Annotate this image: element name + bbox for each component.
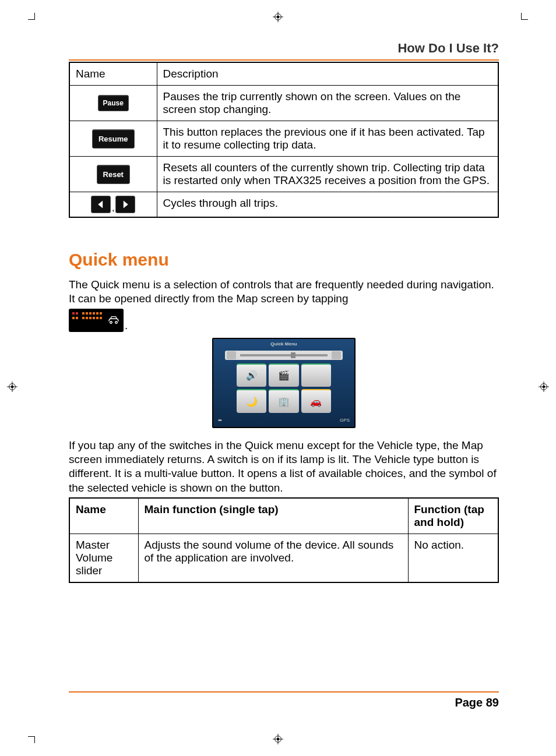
table-row: Pause Pauses the trip currently shown on… [69, 86, 498, 121]
volume-slider-image [225, 351, 343, 360]
back-arrow-icon: ⬅ [218, 418, 222, 423]
registration-mark-icon [273, 12, 283, 22]
registration-mark-icon [539, 381, 549, 392]
crop-mark [521, 13, 528, 20]
arrow-buttons-image: , [91, 196, 135, 213]
tile-movie-icon: 🎬 [269, 363, 298, 387]
resume-button-image: Resume [92, 129, 135, 149]
speaker-icon [227, 351, 236, 359]
table-row: Reset Resets all counters of the current… [69, 157, 498, 192]
screenshot-title: Quick Menu [270, 341, 297, 347]
t2-row-main: Adjusts the sound volume of the device. … [138, 534, 408, 582]
buttons-table: Name Description Pause Pauses the trip c… [69, 62, 499, 218]
resume-desc: This button replaces the previous one if… [157, 121, 498, 157]
tile-moon-icon: 🌙 [237, 389, 266, 413]
table-row: Master Volume slider Adjusts the sound v… [69, 534, 498, 582]
tile-sound-icon: 🔊 [237, 363, 266, 387]
registration-mark-icon [273, 734, 283, 744]
page-number: Page 89 [69, 696, 499, 709]
crop-mark [28, 13, 35, 20]
map-quick-menu-icon [69, 309, 124, 332]
tile-blank [301, 363, 331, 387]
arrow-left-icon [91, 196, 111, 213]
car-icon [107, 315, 120, 325]
gps-label: GPS [340, 418, 350, 423]
registration-mark-icon [7, 381, 17, 392]
t2-row-name: Master Volume slider [69, 534, 138, 582]
tile-buildings-icon: 🏢 [269, 389, 298, 413]
table-header-description: Description [157, 62, 498, 86]
table-row: Resume This button replaces the previous… [69, 121, 498, 157]
quick-menu-heading: Quick menu [69, 250, 499, 270]
quick-menu-explanation: If you tap any of the switches in the Qu… [69, 439, 499, 495]
tile-car-icon: 🚗 [301, 389, 331, 413]
reset-desc: Resets all counters of the currently sho… [157, 157, 498, 192]
t2-header-hold: Function (tap and hold) [408, 498, 498, 534]
quick-menu-screenshot: Quick Menu 🔊 🎬 🌙 🏢 🚗 ⬅ GPS [212, 338, 356, 428]
pause-button-image: Pause [98, 95, 129, 111]
arrow-right-icon [115, 196, 135, 213]
pause-desc: Pauses the trip currently shown on the s… [157, 86, 498, 121]
crop-mark [28, 736, 35, 743]
reset-button-image: Reset [97, 165, 130, 184]
period: . [125, 319, 128, 332]
t2-row-hold: No action. [408, 534, 498, 582]
quick-menu-table: Name Main function (single tap) Function… [69, 497, 499, 583]
t2-header-main: Main function (single tap) [138, 498, 408, 534]
arrows-desc: Cycles through all trips. [157, 192, 498, 218]
speaker-loud-icon [332, 351, 341, 359]
table-row: , Cycles through all trips. [69, 192, 498, 218]
header-rule [69, 59, 499, 61]
quick-menu-intro: The Quick menu is a selection of control… [69, 278, 494, 305]
section-header: How Do I Use It? [69, 41, 499, 56]
t2-header-name: Name [69, 498, 138, 534]
footer-rule [69, 691, 499, 693]
table-header-name: Name [69, 62, 157, 86]
